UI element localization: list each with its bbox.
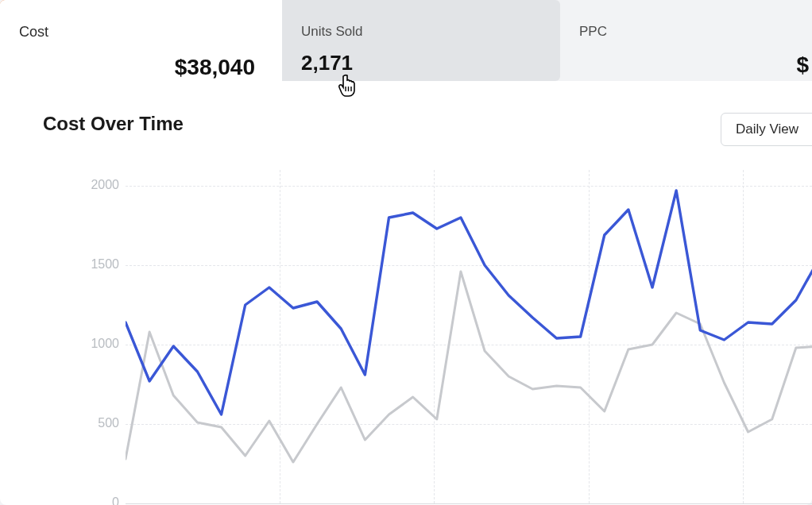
- chart-svg: [126, 162, 812, 505]
- chart-header: Cost Over Time: [8, 113, 812, 135]
- view-granularity-button[interactable]: Daily View: [721, 113, 812, 146]
- y-axis-tick-label: 2000: [72, 178, 119, 192]
- chart-series-current: [126, 191, 812, 414]
- tab-ppc-value-truncated: $: [796, 52, 809, 78]
- y-axis-tick-label: 1000: [72, 337, 119, 351]
- tab-units-sold[interactable]: Units Sold 2,171: [282, 0, 560, 81]
- tab-cost-label: Cost: [19, 24, 263, 40]
- pointer-cursor-icon: [335, 73, 361, 102]
- tab-ppc[interactable]: PPC $: [560, 0, 812, 81]
- metric-tabs: Cost $38,040 Units Sold 2,171 PPC $: [0, 0, 812, 81]
- chart-series-previous: [126, 272, 812, 462]
- chart-area: 0500100015002000: [8, 162, 812, 505]
- tab-cost-value: $38,040: [19, 55, 263, 80]
- y-axis-tick-label: 1500: [72, 257, 119, 272]
- chart-title: Cost Over Time: [43, 113, 184, 135]
- chart-panel: Cost Over Time Daily View 05001000150020…: [0, 81, 812, 505]
- tab-units-value: 2,171: [301, 51, 541, 75]
- y-axis-tick-label: 0: [72, 495, 119, 505]
- tab-ppc-label: PPC: [579, 24, 793, 40]
- y-axis-tick-label: 500: [72, 416, 119, 430]
- tab-cost[interactable]: Cost $38,040: [0, 0, 282, 81]
- tab-units-label: Units Sold: [301, 24, 541, 40]
